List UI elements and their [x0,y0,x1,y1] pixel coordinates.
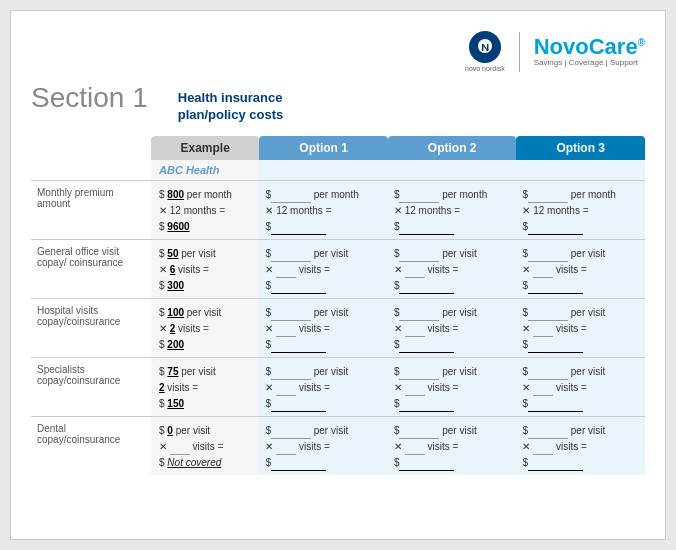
monthly-premium-opt1[interactable]: $ per month ✕ 12 months = $ [259,180,388,239]
comparison-table: Example Option 1 Option 2 Option 3 ABC H… [31,136,645,475]
dental-opt1[interactable]: $ per visit ✕ visits = $ [259,416,388,475]
nn-text: novo nordisk [465,65,505,72]
monthly-premium-label: Monthly premium amount [31,180,151,239]
specialist-example: $ 75 per visit 2 visits = $ 150 [151,357,259,416]
example-name-row: ABC Health [31,160,645,181]
table-row: Specialists copay/coinsurance $ 75 per v… [31,357,645,416]
hospital-visit-example: $ 100 per visit ✕ 2 visits = $ 200 [151,298,259,357]
section-number: Section 1 [31,82,148,114]
table-row: Dental copay/coinsurance $ 0 per visit ✕… [31,416,645,475]
header: novo nordisk NovoCare® Savings | Coverag… [31,31,645,72]
hospital-visit-opt3[interactable]: $ per visit ✕ visits = $ [516,298,645,357]
office-visit-label: General office visit copay/ coinsurance [31,239,151,298]
monthly-premium-opt3[interactable]: $ per month ✕ 12 months = $ [516,180,645,239]
dental-label: Dental copay/coinsurance [31,416,151,475]
table-row: Monthly premium amount $ 800 per month ✕… [31,180,645,239]
novocare-logo: NovoCare® Savings | Coverage | Support [534,36,645,67]
specialist-opt2[interactable]: $ per visit ✕ visits = $ [388,357,517,416]
opt3-name-cell [516,160,645,181]
monthly-premium-example: $ 800 per month ✕ 12 months = $ 9600 [151,180,259,239]
table-header-row: Example Option 1 Option 2 Option 3 [31,136,645,160]
section-subtitle: Health insurance plan/policy costs [178,90,283,124]
office-visit-opt2[interactable]: $ per visit ✕ visits = $ [388,239,517,298]
table-row: General office visit copay/ coinsurance … [31,239,645,298]
page: novo nordisk NovoCare® Savings | Coverag… [10,10,666,540]
hospital-visit-opt2[interactable]: $ per visit ✕ visits = $ [388,298,517,357]
novocare-tagline: Savings | Coverage | Support [534,58,638,67]
table-row: Hospital visits copay/coinsurance $ 100 … [31,298,645,357]
section-title-area: Section 1 Health insurance plan/policy c… [31,82,645,124]
nn-circle [469,31,501,63]
novocare-text: NovoCare® [534,36,645,58]
dental-opt3[interactable]: $ per visit ✕ visits = $ [516,416,645,475]
dental-example: $ 0 per visit ✕ visits = $ Not covered [151,416,259,475]
office-visit-opt1[interactable]: $ per visit ✕ visits = $ [259,239,388,298]
office-visit-example: $ 50 per visit ✕ 6 visits = $ 300 [151,239,259,298]
opt2-name-cell [388,160,517,181]
specialist-label: Specialists copay/coinsurance [31,357,151,416]
dental-opt2[interactable]: $ per visit ✕ visits = $ [388,416,517,475]
office-visit-opt3[interactable]: $ per visit ✕ visits = $ [516,239,645,298]
example-header: Example [151,136,259,160]
example-name-label [31,160,151,181]
novo-nordisk-logo: novo nordisk [465,31,505,72]
specialist-opt1[interactable]: $ per visit ✕ visits = $ [259,357,388,416]
option1-header: Option 1 [259,136,388,160]
example-name-cell: ABC Health [151,160,259,181]
logo-area: novo nordisk NovoCare® Savings | Coverag… [465,31,645,72]
hospital-visit-label: Hospital visits copay/coinsurance [31,298,151,357]
option3-header: Option 3 [516,136,645,160]
label-header [31,136,151,160]
specialist-opt3[interactable]: $ per visit ✕ visits = $ [516,357,645,416]
logo-divider [519,32,520,72]
monthly-premium-opt2[interactable]: $ per month ✕ 12 months = $ [388,180,517,239]
option2-header: Option 2 [388,136,517,160]
opt1-name-cell [259,160,388,181]
hospital-visit-opt1[interactable]: $ per visit ✕ visits = $ [259,298,388,357]
